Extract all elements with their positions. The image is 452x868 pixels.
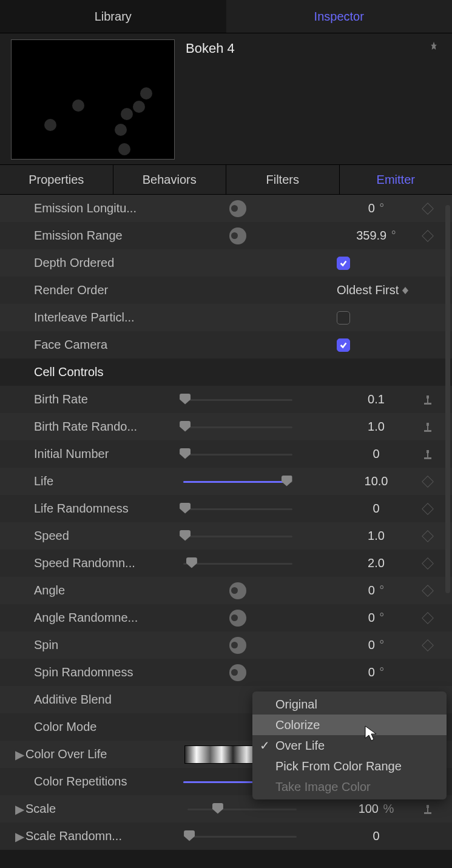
param-label: Birth Rate <box>17 392 138 406</box>
inspector-header: Bokeh 4 <box>0 33 452 164</box>
mini-anim-icon[interactable] <box>422 449 433 460</box>
svg-rect-10 <box>427 453 428 457</box>
value-spin[interactable]: 0 ° <box>337 638 416 652</box>
pin-icon[interactable] <box>428 41 441 56</box>
param-label: Angle <box>17 584 138 597</box>
param-label: Scale <box>25 802 147 816</box>
value-scale-rand[interactable]: 0 <box>337 829 416 843</box>
keyframe-icon[interactable] <box>422 476 434 488</box>
param-label: Color Mode <box>17 720 138 734</box>
svg-rect-7 <box>427 426 428 430</box>
slider-scale-rand[interactable] <box>187 830 297 843</box>
checkbox-face-camera[interactable] <box>337 338 350 352</box>
mini-anim-icon[interactable] <box>422 422 433 432</box>
param-label: Speed Randomn... <box>17 556 138 570</box>
dial-angle-rand[interactable] <box>229 610 246 627</box>
dial-emission-range[interactable] <box>229 227 246 244</box>
value-angle[interactable]: 0 ° <box>337 584 416 597</box>
dial-spin-rand[interactable] <box>229 664 246 681</box>
checkbox-interleave[interactable] <box>337 311 350 325</box>
popup-item-pick-range[interactable]: Pick From Color Range <box>252 756 447 776</box>
tab-inspector[interactable]: Inspector <box>226 0 453 33</box>
param-label: Speed <box>17 529 138 543</box>
param-label: Life <box>17 474 138 488</box>
row-speed: Speed 1.0 <box>0 522 452 550</box>
value-life-rand[interactable]: 0 <box>337 502 416 516</box>
keyframe-icon[interactable] <box>422 203 434 215</box>
value-emission-longitude[interactable]: 0 ° <box>337 201 416 215</box>
keyframe-icon[interactable] <box>422 530 434 542</box>
param-label: Color Repetitions <box>17 775 138 789</box>
svg-rect-11 <box>427 805 429 808</box>
keyframe-icon[interactable] <box>422 585 434 597</box>
check-icon: ✓ <box>260 738 270 753</box>
keyframe-icon[interactable] <box>422 639 434 651</box>
value-birth-rate-rand[interactable]: 1.0 <box>337 420 416 434</box>
row-life-randomness: Life Randomness 0 <box>0 495 452 522</box>
param-label: Depth Ordered <box>17 256 138 270</box>
mini-anim-icon[interactable] <box>422 804 433 815</box>
value-angle-rand[interactable]: 0 ° <box>337 611 416 625</box>
row-scale-randomness: ▶ Scale Randomn... 0 <box>0 823 452 850</box>
popup-item-over-life[interactable]: ✓Over Life <box>252 735 447 756</box>
svg-rect-8 <box>427 450 429 453</box>
value-scale[interactable]: 100 % <box>337 802 416 816</box>
param-label: Spin <box>17 638 138 652</box>
keyframe-icon[interactable] <box>422 230 434 242</box>
dial-angle[interactable] <box>229 582 246 599</box>
dropdown-render-order[interactable]: Oldest First <box>337 283 416 297</box>
row-life: Life 10.0 <box>0 468 452 495</box>
svg-rect-5 <box>427 423 429 426</box>
param-label: Color Over Life <box>25 747 147 761</box>
row-face-camera: Face Camera <box>0 331 452 358</box>
value-emission-range[interactable]: 359.9 ° <box>337 229 416 243</box>
scrollbar[interactable] <box>445 205 450 593</box>
row-angle: Angle 0 ° <box>0 577 452 604</box>
slider-life-rand[interactable] <box>183 503 292 515</box>
value-birth-rate[interactable]: 0.1 <box>337 392 416 406</box>
dial-emission-longitude[interactable] <box>229 200 246 217</box>
keyframe-icon[interactable] <box>422 557 434 570</box>
value-life[interactable]: 10.0 <box>337 474 416 488</box>
subtab-properties[interactable]: Properties <box>0 165 113 194</box>
subtab-behaviors[interactable]: Behaviors <box>113 165 227 194</box>
slider-life[interactable] <box>183 476 292 488</box>
checkbox-depth-ordered[interactable] <box>337 257 350 270</box>
subtab-emitter[interactable]: Emitter <box>340 165 453 194</box>
keyframe-icon[interactable] <box>422 503 434 515</box>
param-label: Emission Range <box>17 229 138 243</box>
tab-inspector-label: Inspector <box>314 10 364 24</box>
slider-initial-number[interactable] <box>183 448 292 460</box>
row-angle-randomness: Angle Randomne... 0 ° <box>0 604 452 631</box>
svg-rect-6 <box>424 430 431 432</box>
param-label: Interleave Particl... <box>17 311 138 325</box>
updown-icon <box>402 287 408 294</box>
param-label: Birth Rate Rando... <box>17 420 138 434</box>
param-label: Scale Randomn... <box>25 829 147 843</box>
svg-rect-2 <box>427 395 429 399</box>
subtab-filters[interactable]: Filters <box>226 165 340 194</box>
row-birth-rate-randomness: Birth Rate Rando... 1.0 <box>0 413 452 440</box>
value-speed[interactable]: 1.0 <box>337 529 416 543</box>
keyframe-icon[interactable] <box>422 612 434 624</box>
slider-birth-rate[interactable] <box>183 394 292 406</box>
svg-rect-3 <box>424 403 431 405</box>
slider-speed[interactable] <box>183 530 292 542</box>
row-emission-range: Emission Range 359.9 ° <box>0 222 452 249</box>
param-label: Render Order <box>17 283 138 297</box>
mini-anim-icon[interactable] <box>422 394 433 405</box>
value-speed-rand[interactable]: 2.0 <box>337 556 416 570</box>
svg-rect-4 <box>427 399 428 403</box>
row-spin: Spin 0 ° <box>0 631 452 659</box>
tab-library[interactable]: Library <box>0 0 226 33</box>
slider-speed-rand[interactable] <box>183 557 292 570</box>
row-initial-number: Initial Number 0 <box>0 440 452 468</box>
param-label: Initial Number <box>17 447 138 461</box>
slider-birth-rate-rand[interactable] <box>183 421 292 433</box>
slider-scale[interactable] <box>187 803 297 815</box>
value-initial-number[interactable]: 0 <box>337 447 416 461</box>
value-spin-rand[interactable]: 0 ° <box>337 665 416 679</box>
popup-item-colorize[interactable]: Colorize <box>252 715 447 735</box>
popup-item-original[interactable]: Original <box>252 694 447 715</box>
dial-spin[interactable] <box>229 637 246 654</box>
